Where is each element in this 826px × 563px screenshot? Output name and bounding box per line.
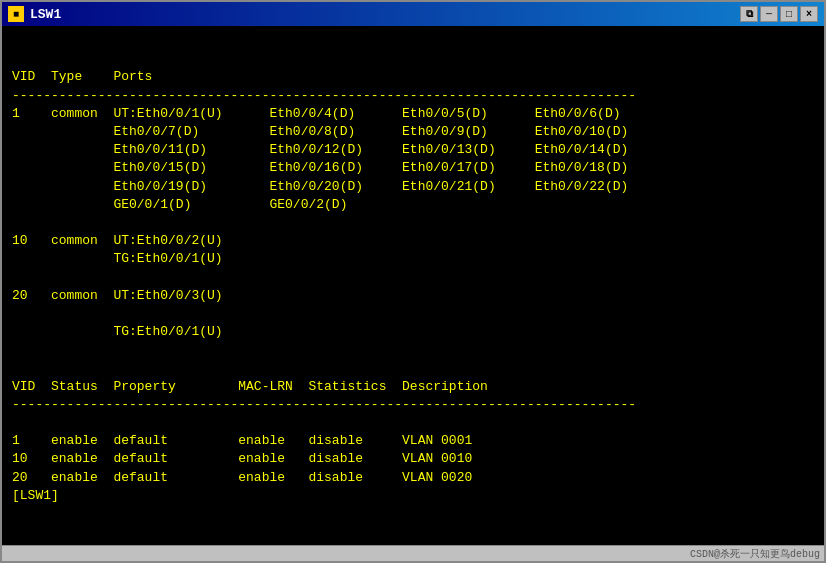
terminal-line: TG:Eth0/0/1(U): [12, 250, 814, 268]
title-bar: ■ LSW1 ⧉ ─ □ ×: [2, 2, 824, 26]
minimize-button[interactable]: ─: [760, 6, 778, 22]
terminal-line: [12, 359, 814, 377]
terminal-line: Eth0/0/7(D) Eth0/0/8(D) Eth0/0/9(D) Eth0…: [12, 123, 814, 141]
terminal-line: 1 common UT:Eth0/0/1(U) Eth0/0/4(D) Eth0…: [12, 105, 814, 123]
terminal-line: Eth0/0/15(D) Eth0/0/16(D) Eth0/0/17(D) E…: [12, 159, 814, 177]
window-icon: ■: [8, 6, 24, 22]
main-window: ■ LSW1 ⧉ ─ □ × VID Type Ports ----------…: [0, 0, 826, 563]
terminal-line: [12, 414, 814, 432]
terminal-line: TG:Eth0/0/1(U): [12, 323, 814, 341]
terminal-line: Eth0/0/11(D) Eth0/0/12(D) Eth0/0/13(D) E…: [12, 141, 814, 159]
watermark-text: CSDN@杀死一只知更鸟debug: [690, 547, 820, 561]
bottom-bar: CSDN@杀死一只知更鸟debug: [2, 545, 824, 561]
terminal-line: VID Status Property MAC-LRN Statistics D…: [12, 378, 814, 396]
terminal-line: [12, 305, 814, 323]
window-title: LSW1: [30, 7, 61, 22]
restore-button[interactable]: ⧉: [740, 6, 758, 22]
terminal-line: GE0/0/1(D) GE0/0/2(D): [12, 196, 814, 214]
terminal-line: 1 enable default enable disable VLAN 000…: [12, 432, 814, 450]
terminal-line: [12, 268, 814, 286]
terminal-line: 10 common UT:Eth0/0/2(U): [12, 232, 814, 250]
title-bar-left: ■ LSW1: [8, 6, 61, 22]
title-controls: ⧉ ─ □ ×: [740, 6, 818, 22]
terminal-line: 20 common UT:Eth0/0/3(U): [12, 287, 814, 305]
terminal-line: 10 enable default enable disable VLAN 00…: [12, 450, 814, 468]
terminal-line: ----------------------------------------…: [12, 396, 814, 414]
terminal-line: VID Type Ports: [12, 68, 814, 86]
maximize-button[interactable]: □: [780, 6, 798, 22]
terminal-line: [LSW1]: [12, 487, 814, 505]
terminal-line: ----------------------------------------…: [12, 87, 814, 105]
terminal-line: [12, 214, 814, 232]
terminal-line: Eth0/0/19(D) Eth0/0/20(D) Eth0/0/21(D) E…: [12, 178, 814, 196]
terminal-line: 20 enable default enable disable VLAN 00…: [12, 469, 814, 487]
close-button[interactable]: ×: [800, 6, 818, 22]
terminal-line: [12, 341, 814, 359]
terminal-output: VID Type Ports -------------------------…: [2, 26, 824, 545]
